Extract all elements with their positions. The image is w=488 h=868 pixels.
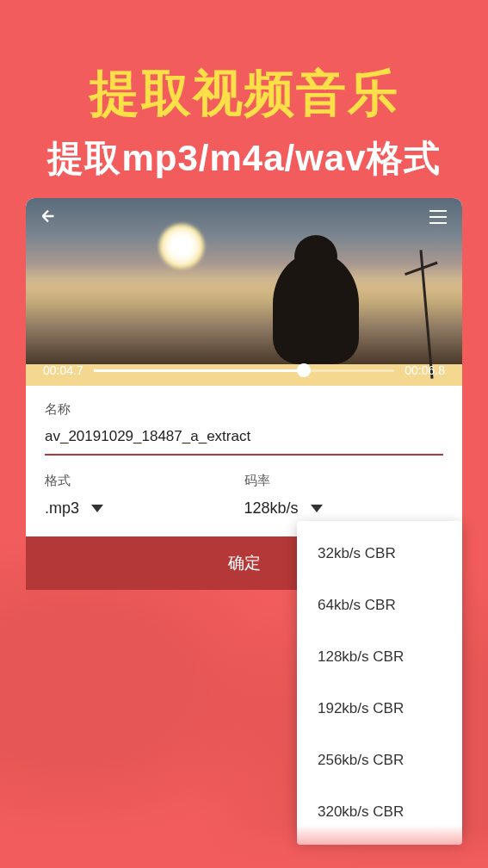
format-label: 格式 (45, 473, 244, 489)
video-sun (159, 224, 204, 269)
total-time: 00:06.8 (405, 363, 445, 377)
video-silhouette (273, 252, 359, 364)
progress-thumb[interactable] (297, 363, 311, 377)
format-field: 格式 .mp3 (45, 473, 244, 518)
bitrate-option[interactable]: 64kb/s CBR (297, 580, 462, 631)
chevron-down-icon (91, 505, 103, 512)
chevron-down-icon (311, 505, 323, 512)
bitrate-label: 码率 (244, 473, 444, 489)
format-dropdown[interactable]: .mp3 (45, 499, 244, 518)
bitrate-options-menu: 32kb/s CBR 64kb/s CBR 128kb/s CBR 192kb/… (297, 521, 462, 845)
bitrate-field: 码率 128kb/s (244, 473, 444, 518)
video-preview[interactable]: 00:04.7 00:06.8 (26, 198, 462, 386)
headline-secondary: 提取mp3/m4a/wav格式 (0, 134, 488, 183)
bitrate-option[interactable]: 192kb/s CBR (297, 683, 462, 735)
select-row: 格式 .mp3 码率 128kb/s (26, 456, 462, 518)
progress-slider[interactable] (94, 369, 395, 372)
fade-overlay (0, 825, 488, 868)
headline-primary: 提取视频音乐 (0, 0, 488, 127)
name-label: 名称 (45, 401, 443, 418)
bitrate-option[interactable]: 32kb/s CBR (297, 528, 462, 580)
bitrate-dropdown[interactable]: 128kb/s (244, 499, 444, 518)
bitrate-value: 128kb/s (244, 499, 299, 518)
video-scenery (26, 278, 462, 364)
back-button[interactable] (39, 207, 58, 231)
bitrate-option[interactable]: 128kb/s CBR (297, 631, 462, 683)
format-value: .mp3 (45, 499, 79, 518)
progress-fill (94, 369, 305, 372)
bitrate-option[interactable]: 256kb/s CBR (297, 735, 462, 786)
player-controls: 00:04.7 00:06.8 (43, 363, 445, 377)
name-field-section: 名称 av_20191029_18487_a_extract (26, 386, 462, 456)
name-input[interactable]: av_20191029_18487_a_extract (45, 428, 443, 456)
current-time: 00:04.7 (43, 363, 83, 377)
hamburger-menu-icon[interactable] (429, 210, 447, 228)
